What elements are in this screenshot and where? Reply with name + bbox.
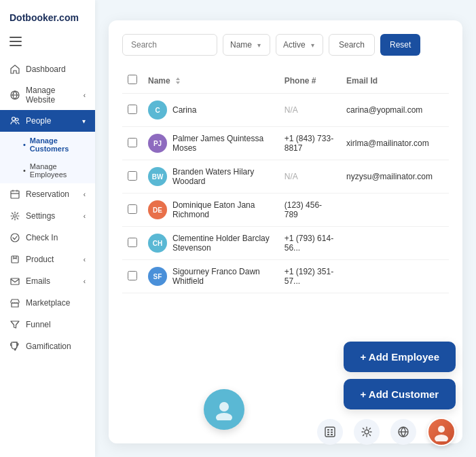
- sidebar-item-dashboard[interactable]: Dashboard: [0, 58, 95, 80]
- bottom-user-avatar: [204, 389, 244, 430]
- email-icon: [10, 276, 20, 287]
- sidebar-item-settings[interactable]: Settings ‹: [0, 205, 95, 227]
- globe-icon: [10, 90, 20, 100]
- sidebar-item-emails[interactable]: Emails ‹: [0, 270, 95, 292]
- table-row: C Carina N/A carina@yopmail.com: [122, 94, 449, 127]
- logo-text: Dotbooker.com: [10, 12, 79, 23]
- sidebar-item-people[interactable]: People ▾: [0, 110, 95, 132]
- sidebar-item-marketplace[interactable]: Marketplace: [0, 292, 95, 314]
- active-filter[interactable]: Active: [276, 34, 323, 56]
- add-customer-button[interactable]: + Add Customer: [344, 379, 456, 409]
- avatar: SF: [148, 267, 167, 286]
- sidebar-item-manage-employees[interactable]: • Manage Employees: [0, 158, 95, 183]
- svg-point-93: [216, 413, 232, 420]
- svg-rect-94: [325, 427, 335, 437]
- sidebar-item-reservation[interactable]: Reservation ‹: [0, 183, 95, 205]
- row-select-checkbox[interactable]: [128, 271, 137, 280]
- fab-popup: + Add Employee + Add Customer: [344, 342, 456, 409]
- row-name: SF Sigourney Franco Dawn Whitfield: [143, 260, 279, 293]
- row-email: carina@yopmail.com: [341, 94, 438, 127]
- svg-rect-82: [10, 41, 22, 42]
- gear-button[interactable]: [354, 419, 380, 445]
- sidebar-item-check-in[interactable]: Check In: [0, 227, 95, 249]
- fab-icon-row: [317, 418, 456, 446]
- dashboard-label: Dashboard: [26, 65, 66, 74]
- logo: Dotbooker.com: [0, 0, 95, 31]
- table-row: BW Branden Waters Hilary Woodard N/A nyz…: [122, 160, 449, 194]
- row-phone: N/A: [279, 160, 341, 194]
- row-name: BW Branden Waters Hilary Woodard: [143, 160, 279, 194]
- settings-icon: [10, 211, 20, 221]
- sidebar-item-product[interactable]: Product ‹: [0, 249, 95, 270]
- select-all-checkbox[interactable]: [128, 75, 137, 84]
- svg-rect-87: [11, 191, 19, 198]
- table-row: PJ Palmer James Quintessa Moses +1 (843)…: [122, 127, 449, 160]
- active-filter-label: Active: [283, 40, 306, 50]
- row-action: [438, 227, 449, 260]
- sidebar-item-manage-website[interactable]: Manage Website ‹: [0, 80, 95, 110]
- calculator-button[interactable]: [317, 419, 343, 445]
- reset-button[interactable]: Reset: [380, 34, 420, 56]
- row-name: PJ Palmer James Quintessa Moses: [143, 127, 279, 160]
- svg-rect-81: [10, 37, 22, 38]
- svg-rect-91: [11, 278, 19, 285]
- row-name: DE Dominique Eaton Jana Richmond: [143, 194, 279, 227]
- search-input[interactable]: [122, 34, 217, 56]
- row-email: nyzysu@mailinator.com: [341, 160, 438, 194]
- col-actions: [438, 68, 449, 94]
- row-name: CH Clementine Holder Barclay Stevenson: [143, 227, 279, 260]
- svg-rect-95: [327, 429, 329, 431]
- row-select-checkbox[interactable]: [128, 171, 137, 181]
- row-select-checkbox[interactable]: [128, 204, 137, 214]
- people-icon: [10, 115, 20, 126]
- sidebar-item-funnel[interactable]: Funnel: [0, 314, 95, 335]
- people-submenu: • Manage Customers • Manage Employees: [0, 132, 95, 183]
- row-select-checkbox[interactable]: [128, 238, 137, 247]
- trophy-icon: [10, 341, 20, 352]
- chevron-icon-prod: ‹: [84, 256, 86, 263]
- row-phone: +1 (192) 351-57...: [279, 260, 341, 293]
- row-action: [438, 94, 449, 127]
- svg-rect-100: [331, 434, 333, 435]
- name-filter[interactable]: Name: [223, 34, 270, 56]
- avatar: BW: [148, 167, 167, 186]
- manage-employees-label: Manage Employees: [30, 162, 86, 179]
- table-row: SF Sigourney Franco Dawn Whitfield +1 (1…: [122, 260, 449, 293]
- row-action: [438, 194, 449, 227]
- customers-table: Name Phone # Email Id C Carina N/A ca: [122, 68, 449, 293]
- hamburger-menu[interactable]: [0, 31, 95, 54]
- col-name: Name: [143, 68, 279, 94]
- globe-button[interactable]: [390, 419, 416, 445]
- avatar-circle: [204, 389, 244, 430]
- chevron-down-icon: [255, 40, 261, 50]
- col-phone: Phone #: [279, 68, 341, 94]
- svg-rect-97: [327, 432, 329, 433]
- customer-name: Palmer James Quintessa Moses: [172, 134, 274, 153]
- row-email: [341, 260, 438, 293]
- chevron-icon-set: ‹: [84, 213, 86, 220]
- svg-point-85: [12, 117, 16, 121]
- user-avatar-photo[interactable]: [427, 418, 456, 446]
- emails-label: Emails: [26, 276, 50, 286]
- chevron-icon-people: ▾: [82, 117, 86, 125]
- customer-name: Carina: [172, 105, 196, 115]
- avatar: DE: [148, 200, 167, 219]
- row-email: xirlma@mailinator.com: [341, 127, 438, 160]
- funnel-icon: [10, 319, 20, 330]
- customer-name: Sigourney Franco Dawn Whitfield: [172, 267, 274, 286]
- row-select-checkbox[interactable]: [128, 105, 137, 114]
- sidebar-item-manage-customers[interactable]: • Manage Customers: [0, 132, 95, 158]
- chevron-icon-email: ‹: [84, 278, 86, 285]
- sidebar-item-gamification[interactable]: Gamification: [0, 335, 95, 357]
- row-checkbox: [122, 194, 143, 227]
- row-checkbox: [122, 160, 143, 194]
- search-button[interactable]: Search: [329, 34, 375, 56]
- marketplace-label: Marketplace: [26, 298, 70, 308]
- row-email: [341, 194, 438, 227]
- store-icon: [10, 297, 20, 308]
- add-employee-button[interactable]: + Add Employee: [344, 342, 456, 372]
- row-phone: N/A: [279, 94, 341, 127]
- customer-name: Branden Waters Hilary Woodard: [172, 167, 274, 186]
- row-action: [438, 260, 449, 293]
- row-select-checkbox[interactable]: [128, 138, 137, 147]
